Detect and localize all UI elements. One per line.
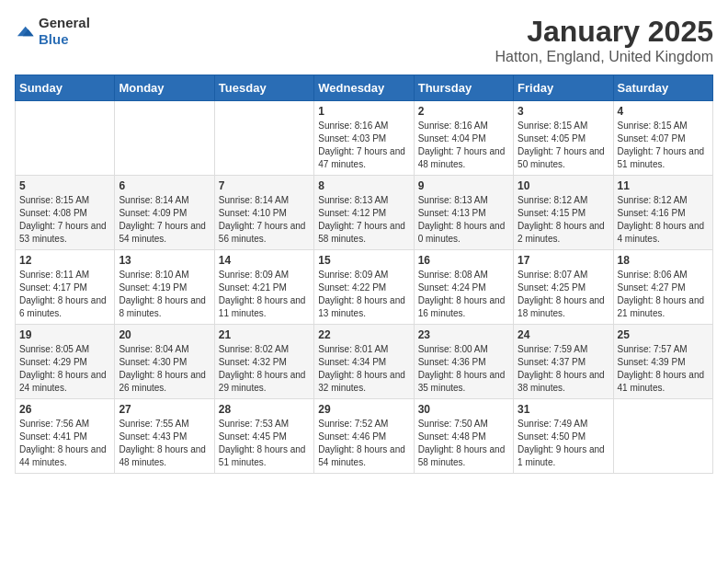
day-number: 9	[418, 179, 509, 192]
day-number: 20	[119, 328, 210, 341]
logo-text: General Blue	[39, 15, 90, 48]
day-info: Sunrise: 8:10 AMSunset: 4:19 PMDaylight:…	[119, 269, 210, 320]
day-info: Sunrise: 7:49 AMSunset: 4:50 PMDaylight:…	[518, 418, 609, 469]
calendar-cell: 12Sunrise: 8:11 AMSunset: 4:17 PMDayligh…	[16, 250, 115, 325]
day-number: 29	[318, 403, 409, 416]
calendar-cell: 13Sunrise: 8:10 AMSunset: 4:19 PMDayligh…	[115, 250, 214, 325]
calendar-cell: 24Sunrise: 7:59 AMSunset: 4:37 PMDayligh…	[514, 325, 613, 399]
calendar-subtitle: Hatton, England, United Kingdom	[495, 49, 713, 65]
calendar-cell: 22Sunrise: 8:01 AMSunset: 4:34 PMDayligh…	[314, 325, 414, 399]
calendar-header-row: SundayMondayTuesdayWednesdayThursdayFrid…	[16, 75, 713, 101]
calendar-cell	[16, 101, 115, 176]
calendar-cell: 17Sunrise: 8:07 AMSunset: 4:25 PMDayligh…	[514, 250, 613, 325]
day-info: Sunrise: 8:15 AMSunset: 4:05 PMDaylight:…	[518, 120, 609, 171]
day-number: 6	[119, 179, 210, 192]
calendar-cell: 23Sunrise: 8:00 AMSunset: 4:36 PMDayligh…	[414, 325, 513, 399]
day-info: Sunrise: 8:13 AMSunset: 4:13 PMDaylight:…	[418, 194, 509, 246]
weekday-header: Wednesday	[314, 75, 414, 101]
calendar-cell	[613, 399, 712, 474]
day-number: 10	[518, 179, 609, 192]
day-number: 7	[219, 179, 310, 192]
calendar-week-row: 1Sunrise: 8:16 AMSunset: 4:03 PMDaylight…	[16, 101, 713, 176]
day-info: Sunrise: 8:01 AMSunset: 4:34 PMDaylight:…	[318, 343, 409, 395]
day-number: 4	[618, 105, 709, 118]
calendar-cell: 4Sunrise: 8:15 AMSunset: 4:07 PMDaylight…	[613, 101, 712, 176]
day-info: Sunrise: 8:15 AMSunset: 4:08 PMDaylight:…	[19, 194, 110, 246]
weekday-header: Tuesday	[214, 75, 313, 101]
day-info: Sunrise: 8:11 AMSunset: 4:17 PMDaylight:…	[19, 269, 110, 320]
calendar-cell: 11Sunrise: 8:12 AMSunset: 4:16 PMDayligh…	[613, 176, 712, 250]
calendar-body: 1Sunrise: 8:16 AMSunset: 4:03 PMDaylight…	[16, 101, 713, 474]
day-number: 12	[19, 254, 110, 267]
calendar-cell: 26Sunrise: 7:56 AMSunset: 4:41 PMDayligh…	[16, 399, 115, 474]
day-number: 16	[418, 254, 509, 267]
day-number: 31	[518, 403, 609, 416]
day-info: Sunrise: 7:57 AMSunset: 4:39 PMDaylight:…	[618, 343, 709, 395]
calendar-cell: 1Sunrise: 8:16 AMSunset: 4:03 PMDaylight…	[314, 101, 414, 176]
day-info: Sunrise: 7:52 AMSunset: 4:46 PMDaylight:…	[318, 418, 409, 469]
day-info: Sunrise: 8:07 AMSunset: 4:25 PMDaylight:…	[518, 269, 609, 320]
day-number: 24	[518, 328, 609, 341]
day-number: 17	[518, 254, 609, 267]
calendar-cell: 16Sunrise: 8:08 AMSunset: 4:24 PMDayligh…	[414, 250, 513, 325]
day-info: Sunrise: 8:06 AMSunset: 4:27 PMDaylight:…	[618, 269, 709, 320]
calendar-cell	[214, 101, 313, 176]
day-info: Sunrise: 8:05 AMSunset: 4:29 PMDaylight:…	[19, 343, 110, 395]
calendar-cell: 29Sunrise: 7:52 AMSunset: 4:46 PMDayligh…	[314, 399, 414, 474]
calendar-cell: 15Sunrise: 8:09 AMSunset: 4:22 PMDayligh…	[314, 250, 414, 325]
calendar-cell: 14Sunrise: 8:09 AMSunset: 4:21 PMDayligh…	[214, 250, 313, 325]
calendar-cell: 10Sunrise: 8:12 AMSunset: 4:15 PMDayligh…	[514, 176, 613, 250]
day-info: Sunrise: 8:15 AMSunset: 4:07 PMDaylight:…	[618, 120, 709, 171]
day-number: 19	[19, 328, 110, 341]
title-section: January 2025 Hatton, England, United Kin…	[495, 15, 713, 65]
logo-icon	[15, 21, 35, 41]
day-number: 30	[418, 403, 509, 416]
logo-blue: Blue	[39, 31, 69, 47]
day-info: Sunrise: 8:16 AMSunset: 4:03 PMDaylight:…	[318, 120, 409, 171]
calendar-cell	[115, 101, 214, 176]
day-number: 15	[318, 254, 409, 267]
day-info: Sunrise: 8:13 AMSunset: 4:12 PMDaylight:…	[318, 194, 409, 246]
day-info: Sunrise: 8:12 AMSunset: 4:15 PMDaylight:…	[518, 194, 609, 246]
day-info: Sunrise: 7:56 AMSunset: 4:41 PMDaylight:…	[19, 418, 110, 469]
weekday-header: Thursday	[414, 75, 513, 101]
calendar-week-row: 12Sunrise: 8:11 AMSunset: 4:17 PMDayligh…	[16, 250, 713, 325]
day-info: Sunrise: 8:08 AMSunset: 4:24 PMDaylight:…	[418, 269, 509, 320]
calendar-table: SundayMondayTuesdayWednesdayThursdayFrid…	[15, 75, 713, 474]
calendar-cell: 30Sunrise: 7:50 AMSunset: 4:48 PMDayligh…	[414, 399, 513, 474]
day-info: Sunrise: 8:14 AMSunset: 4:10 PMDaylight:…	[219, 194, 310, 246]
weekday-header: Monday	[115, 75, 214, 101]
day-info: Sunrise: 8:14 AMSunset: 4:09 PMDaylight:…	[119, 194, 210, 246]
day-number: 1	[318, 105, 409, 118]
day-number: 13	[119, 254, 210, 267]
calendar-cell: 31Sunrise: 7:49 AMSunset: 4:50 PMDayligh…	[514, 399, 613, 474]
day-info: Sunrise: 8:04 AMSunset: 4:30 PMDaylight:…	[119, 343, 210, 395]
calendar-week-row: 26Sunrise: 7:56 AMSunset: 4:41 PMDayligh…	[16, 399, 713, 474]
calendar-week-row: 5Sunrise: 8:15 AMSunset: 4:08 PMDaylight…	[16, 176, 713, 250]
day-info: Sunrise: 8:09 AMSunset: 4:21 PMDaylight:…	[219, 269, 310, 320]
calendar-title: January 2025	[495, 15, 713, 49]
calendar-cell: 19Sunrise: 8:05 AMSunset: 4:29 PMDayligh…	[16, 325, 115, 399]
calendar-cell: 21Sunrise: 8:02 AMSunset: 4:32 PMDayligh…	[214, 325, 313, 399]
calendar-cell: 3Sunrise: 8:15 AMSunset: 4:05 PMDaylight…	[514, 101, 613, 176]
day-info: Sunrise: 8:16 AMSunset: 4:04 PMDaylight:…	[418, 120, 509, 171]
day-number: 22	[318, 328, 409, 341]
calendar-cell: 25Sunrise: 7:57 AMSunset: 4:39 PMDayligh…	[613, 325, 712, 399]
day-number: 25	[618, 328, 709, 341]
day-number: 27	[119, 403, 210, 416]
calendar-cell: 6Sunrise: 8:14 AMSunset: 4:09 PMDaylight…	[115, 176, 214, 250]
day-number: 14	[219, 254, 310, 267]
day-info: Sunrise: 7:55 AMSunset: 4:43 PMDaylight:…	[119, 418, 210, 469]
day-info: Sunrise: 7:50 AMSunset: 4:48 PMDaylight:…	[418, 418, 509, 469]
day-number: 28	[219, 403, 310, 416]
day-number: 11	[618, 179, 709, 192]
calendar-cell: 5Sunrise: 8:15 AMSunset: 4:08 PMDaylight…	[16, 176, 115, 250]
calendar-cell: 8Sunrise: 8:13 AMSunset: 4:12 PMDaylight…	[314, 176, 414, 250]
day-info: Sunrise: 8:00 AMSunset: 4:36 PMDaylight:…	[418, 343, 509, 395]
day-number: 5	[19, 179, 110, 192]
weekday-header: Saturday	[613, 75, 712, 101]
day-info: Sunrise: 7:59 AMSunset: 4:37 PMDaylight:…	[518, 343, 609, 395]
page-header: General Blue January 2025 Hatton, Englan…	[15, 15, 713, 65]
day-info: Sunrise: 8:09 AMSunset: 4:22 PMDaylight:…	[318, 269, 409, 320]
day-info: Sunrise: 8:02 AMSunset: 4:32 PMDaylight:…	[219, 343, 310, 395]
